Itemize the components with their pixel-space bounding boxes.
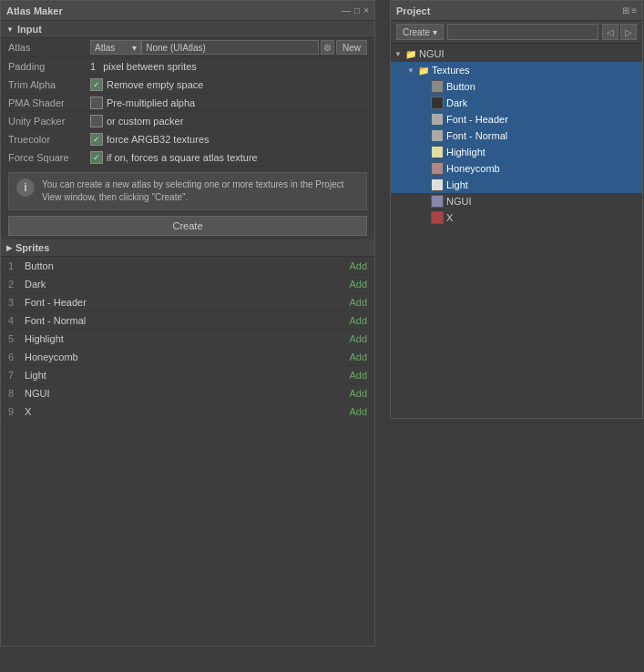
add-sprite-button[interactable]: Add <box>349 370 367 381</box>
project-fwd-icon[interactable]: ▷ <box>620 24 637 40</box>
add-sprite-button[interactable]: Add <box>349 260 367 271</box>
sprite-row: 3 Font - Header Add <box>1 293 374 311</box>
project-menu-icon[interactable]: ≡ <box>631 5 637 15</box>
tree-item-ngui[interactable]: ▼📁NGUI <box>391 46 642 62</box>
project-lock-icon[interactable]: ⊞ <box>622 5 629 15</box>
force-square-desc: if on, forces a square atlas texture <box>107 152 258 163</box>
project-back-icon[interactable]: ◁ <box>602 24 618 40</box>
maximize-icon[interactable]: □ <box>354 5 360 15</box>
tree-item-textures[interactable]: ▼📁Textures <box>391 62 642 78</box>
project-toolbar: Create ▾ ◁ ▷ <box>391 21 642 44</box>
tree-item-honeycomb[interactable]: Honeycomb <box>391 160 642 177</box>
tree-item-highlight[interactable]: Highlight <box>391 144 642 160</box>
input-section-header[interactable]: ▼ Input <box>1 21 374 38</box>
truecolor-label: Truecolor <box>8 134 90 145</box>
tree-item-ngui-file[interactable]: NGUI <box>391 193 642 209</box>
tree-item-label: Textures <box>432 65 470 76</box>
create-button[interactable]: Create <box>8 216 367 236</box>
minimize-icon[interactable]: — <box>342 5 351 15</box>
add-sprite-button[interactable]: Add <box>349 388 367 399</box>
unity-packer-row: Unity Packer or custom packer <box>1 112 374 130</box>
sprite-num: 8 <box>8 388 25 399</box>
pma-shader-label: PMA Shader <box>8 97 90 108</box>
unity-packer-desc: or custom packer <box>107 116 183 127</box>
tree-item-label: X <box>446 212 453 223</box>
close-icon[interactable]: × <box>363 5 369 15</box>
sprite-row: 7 Light Add <box>1 366 374 384</box>
trim-alpha-label: Trim Alpha <box>8 79 90 90</box>
project-search-input[interactable] <box>447 24 598 40</box>
sprite-name: Button <box>25 260 349 271</box>
sprite-name: Font - Normal <box>25 315 349 326</box>
sprite-name: Light <box>25 370 349 381</box>
tree-item-label: Honeycomb <box>446 163 500 174</box>
tree-item-font-header[interactable]: Font - Header <box>391 111 642 127</box>
create-dropdown[interactable]: Create ▾ <box>396 24 444 40</box>
add-sprite-button[interactable]: Add <box>349 406 367 417</box>
sprites-section-header[interactable]: ▶ Sprites <box>1 239 374 257</box>
folder-arrow-icon: ▼ <box>407 66 418 75</box>
sprite-num: 9 <box>8 406 25 417</box>
add-sprite-button[interactable]: Add <box>349 351 367 362</box>
add-sprite-button[interactable]: Add <box>349 279 367 290</box>
texture-icon <box>431 211 444 224</box>
sprite-num: 3 <box>8 297 25 308</box>
create-dropdown-label: Create ▾ <box>403 27 437 37</box>
atlas-type-dropdown[interactable]: Atlas ▾ <box>90 40 141 55</box>
trim-alpha-checkbox[interactable]: ✓ <box>90 78 103 91</box>
force-square-label: Force Square <box>8 152 90 163</box>
tree-item-label: Light <box>446 179 468 190</box>
add-sprite-button[interactable]: Add <box>349 333 367 344</box>
sprite-num: 5 <box>8 333 25 344</box>
sprite-num: 1 <box>8 260 25 271</box>
texture-icon <box>431 129 444 142</box>
force-square-checkbox[interactable]: ✓ <box>90 151 103 164</box>
atlas-maker-titlebar: Atlas Maker — □ × <box>1 1 374 21</box>
sprite-row: 2 Dark Add <box>1 275 374 293</box>
padding-label: Padding <box>8 61 90 72</box>
folder-icon: 📁 <box>405 49 416 59</box>
sprite-num: 4 <box>8 315 25 326</box>
project-titlebar-icons: ⊞ ≡ <box>622 5 637 15</box>
padding-row: Padding 1 pixel between sprites <box>1 57 374 76</box>
trim-alpha-desc: Remove empty space <box>107 79 203 90</box>
sprite-list: 1 Button Add 2 Dark Add 3 Font - Header … <box>1 257 374 421</box>
sprite-row: 4 Font - Normal Add <box>1 311 374 330</box>
add-sprite-button[interactable]: Add <box>349 315 367 326</box>
atlas-maker-title: Atlas Maker <box>6 5 63 16</box>
add-sprite-button[interactable]: Add <box>349 297 367 308</box>
atlas-dropdown-arrow: ▾ <box>132 43 137 53</box>
sprite-num: 2 <box>8 279 25 290</box>
atlas-input-field[interactable]: None (UIAtlas) <box>141 40 319 55</box>
atlas-dropdown-value: Atlas <box>95 43 115 53</box>
info-box: i You can create a new atlas by selectin… <box>8 172 367 210</box>
project-title: Project <box>396 5 430 16</box>
new-button[interactable]: New <box>336 40 367 55</box>
texture-icon <box>431 162 444 175</box>
tree-item-font-normal[interactable]: Font - Normal <box>391 127 642 144</box>
truecolor-desc: force ARGB32 textures <box>107 134 210 145</box>
sprite-num: 6 <box>8 351 25 362</box>
tree-item-x-file[interactable]: X <box>391 209 642 226</box>
sprite-row: 5 Highlight Add <box>1 330 374 348</box>
tree-item-dark[interactable]: Dark <box>391 95 642 111</box>
tree-item-light[interactable]: Light <box>391 177 642 193</box>
project-panel: Project ⊞ ≡ Create ▾ ◁ ▷ ▼📁NGUI▼📁Texture… <box>390 0 643 419</box>
texture-icon <box>431 97 444 109</box>
atlas-field-value: None (UIAtlas) <box>146 43 206 53</box>
truecolor-checkbox[interactable]: ✓ <box>90 133 103 146</box>
project-toolbar-icons: ◁ ▷ <box>602 24 637 40</box>
sprite-name: X <box>25 406 349 417</box>
padding-desc: pixel between sprites <box>103 61 197 72</box>
project-titlebar: Project ⊞ ≡ <box>391 1 642 21</box>
texture-icon <box>431 113 444 126</box>
pma-shader-checkbox[interactable] <box>90 97 103 109</box>
sprite-name: Font - Header <box>25 297 349 308</box>
sprite-row: 9 X Add <box>1 402 374 421</box>
sprite-row: 6 Honeycomb Add <box>1 348 374 366</box>
gear-button[interactable]: ⚙ <box>321 40 334 55</box>
tree-item-button[interactable]: Button <box>391 78 642 95</box>
unity-packer-checkbox[interactable] <box>90 115 103 127</box>
atlas-row: Atlas Atlas ▾ None (UIAtlas) ⚙ New <box>1 38 374 57</box>
gear-icon: ⚙ <box>323 43 332 53</box>
